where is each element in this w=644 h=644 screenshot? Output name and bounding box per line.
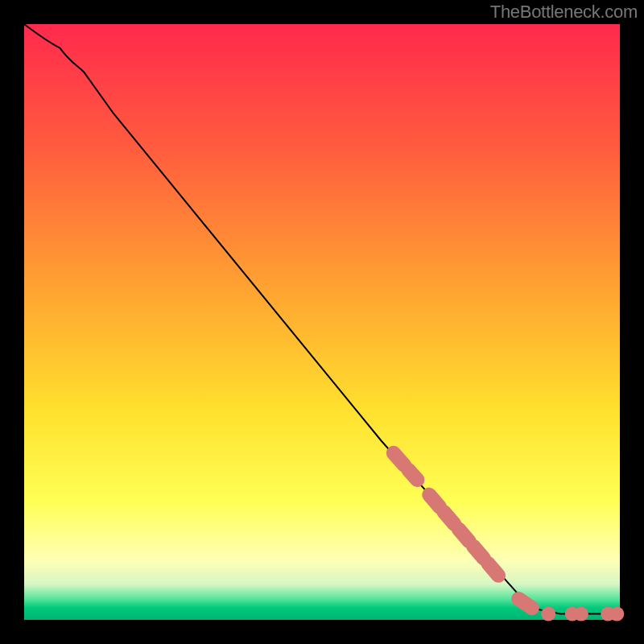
- tail-dot: [574, 607, 588, 621]
- performance-curve-chart: [0, 0, 644, 644]
- tail-dot: [609, 607, 624, 621]
- highlight-segment: [518, 599, 536, 611]
- attribution-label: TheBottleneck.com: [490, 2, 638, 23]
- tail-dot: [541, 607, 555, 621]
- chart-container: TheBottleneck.com: [0, 0, 644, 644]
